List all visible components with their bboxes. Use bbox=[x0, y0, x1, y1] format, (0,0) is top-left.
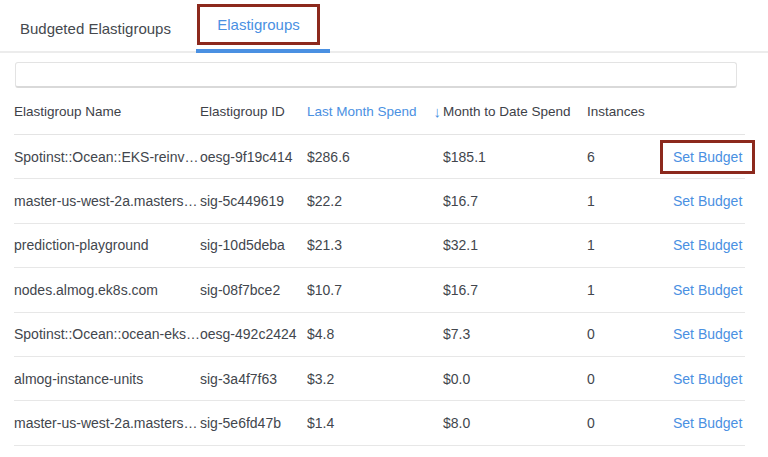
elastigroup-id-cell: sig-5e6fd47b bbox=[200, 415, 307, 431]
instances-cell: 0 bbox=[587, 415, 660, 431]
set-budget-link[interactable]: Set Budget bbox=[660, 406, 755, 440]
instances-cell: 1 bbox=[587, 282, 660, 298]
action-cell: Set Budget bbox=[660, 317, 755, 351]
filter-input[interactable] bbox=[15, 62, 737, 88]
action-cell: Set Budget bbox=[660, 184, 755, 218]
elastigroup-id-cell: sig-5c449619 bbox=[200, 193, 307, 209]
set-budget-link[interactable]: Set Budget bbox=[660, 317, 755, 351]
elastigroups-table: Elastigroup Name Elastigroup ID Last Mon… bbox=[14, 89, 745, 446]
elastigroup-id-cell: sig-3a4f7f63 bbox=[200, 371, 307, 387]
column-header-month-to-date-spend: Month to Date Spend bbox=[443, 104, 587, 119]
set-budget-link[interactable]: Set Budget bbox=[660, 362, 755, 396]
column-header-elastigroup-name: Elastigroup Name bbox=[14, 104, 200, 119]
action-cell: Set Budget bbox=[660, 273, 755, 307]
tab-budgeted-elastigroups[interactable]: Budgeted Elastigroups bbox=[20, 20, 171, 37]
table-row: prediction-playground sig-10d5deba $21.3… bbox=[14, 224, 745, 268]
tab-elastigroups[interactable]: Elastigroups bbox=[217, 16, 300, 33]
action-cell: Set Budget bbox=[660, 406, 755, 440]
active-tab-underline bbox=[196, 49, 330, 53]
elastigroup-name-cell: master-us-west-2a.masters… bbox=[14, 193, 200, 209]
column-header-last-month-spend-label[interactable]: Last Month Spend bbox=[307, 104, 417, 119]
instances-cell: 0 bbox=[587, 371, 660, 387]
month-to-date-spend-cell: $16.7 bbox=[443, 193, 587, 209]
tab-bar: Budgeted Elastigroups Elastigroups bbox=[0, 0, 768, 53]
last-month-spend-cell: $286.6 bbox=[307, 149, 443, 165]
set-budget-link[interactable]: Set Budget bbox=[660, 184, 755, 218]
table-row: master-us-west-2a.masters… sig-5c449619 … bbox=[14, 179, 745, 223]
sort-descending-icon[interactable]: ↓ bbox=[434, 103, 442, 120]
set-budget-link[interactable]: Set Budget bbox=[660, 273, 755, 307]
action-cell: Set Budget bbox=[660, 228, 755, 262]
instances-cell: 0 bbox=[587, 326, 660, 342]
elastigroup-name-cell: almog-instance-units bbox=[14, 371, 200, 387]
elastigroup-id-cell: oesg-9f19c414 bbox=[200, 149, 307, 165]
elastigroups-budget-page: Budgeted Elastigroups Elastigroups Elast… bbox=[0, 0, 768, 457]
last-month-spend-cell: $22.2 bbox=[307, 193, 443, 209]
set-budget-link[interactable]: Set Budget bbox=[660, 140, 755, 174]
table-row: Spotinst::Ocean::EKS-reinv… oesg-9f19c41… bbox=[14, 135, 745, 179]
last-month-spend-cell: $21.3 bbox=[307, 237, 443, 253]
month-to-date-spend-cell: $8.0 bbox=[443, 415, 587, 431]
table-body: Spotinst::Ocean::EKS-reinv… oesg-9f19c41… bbox=[14, 135, 745, 446]
elastigroup-name-cell: prediction-playground bbox=[14, 237, 200, 253]
column-header-last-month-spend: Last Month Spend ↓ bbox=[307, 103, 443, 120]
month-to-date-spend-cell: $0.0 bbox=[443, 371, 587, 387]
month-to-date-spend-cell: $16.7 bbox=[443, 282, 587, 298]
instances-cell: 1 bbox=[587, 237, 660, 253]
last-month-spend-cell: $4.8 bbox=[307, 326, 443, 342]
column-header-instances: Instances bbox=[587, 104, 660, 119]
elastigroup-id-cell: sig-10d5deba bbox=[200, 237, 307, 253]
set-budget-link[interactable]: Set Budget bbox=[660, 228, 755, 262]
month-to-date-spend-cell: $7.3 bbox=[443, 326, 587, 342]
elastigroup-name-cell: nodes.almog.ek8s.com bbox=[14, 282, 200, 298]
elastigroup-id-cell: sig-08f7bce2 bbox=[200, 282, 307, 298]
instances-cell: 6 bbox=[587, 149, 660, 165]
elastigroup-id-cell: oesg-492c2424 bbox=[200, 326, 307, 342]
table-row: almog-instance-units sig-3a4f7f63 $3.2 $… bbox=[14, 357, 745, 401]
month-to-date-spend-cell: $185.1 bbox=[443, 149, 587, 165]
action-cell: Set Budget bbox=[660, 362, 755, 396]
table-row: master-us-west-2a.masters… sig-5e6fd47b … bbox=[14, 401, 745, 445]
month-to-date-spend-cell: $32.1 bbox=[443, 237, 587, 253]
elastigroup-name-cell: master-us-west-2a.masters… bbox=[14, 415, 200, 431]
annotation-box-elastigroups-tab: Elastigroups bbox=[197, 4, 320, 45]
table-row: nodes.almog.ek8s.com sig-08f7bce2 $10.7 … bbox=[14, 268, 745, 312]
table-row: Spotinst::Ocean::ocean-eks… oesg-492c242… bbox=[14, 313, 745, 357]
last-month-spend-cell: $10.7 bbox=[307, 282, 443, 298]
column-header-elastigroup-id: Elastigroup ID bbox=[200, 104, 307, 119]
table-header-row: Elastigroup Name Elastigroup ID Last Mon… bbox=[14, 89, 745, 135]
elastigroup-name-cell: Spotinst::Ocean::ocean-eks… bbox=[14, 326, 200, 342]
elastigroup-name-cell: Spotinst::Ocean::EKS-reinv… bbox=[14, 149, 200, 165]
action-cell: Set Budget bbox=[660, 140, 755, 174]
last-month-spend-cell: $1.4 bbox=[307, 415, 443, 431]
instances-cell: 1 bbox=[587, 193, 660, 209]
last-month-spend-cell: $3.2 bbox=[307, 371, 443, 387]
tab-bar-divider bbox=[0, 51, 768, 53]
